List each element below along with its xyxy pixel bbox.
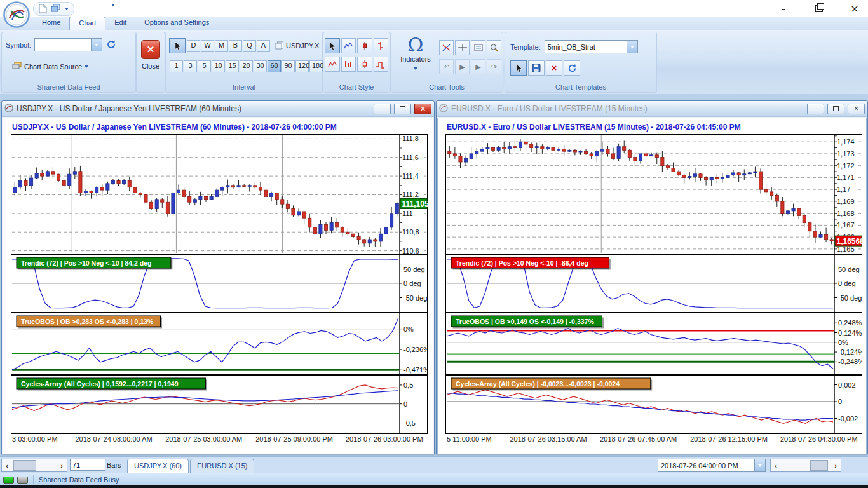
chart-svg[interactable]: 111,8111,6111,4111,2111110,8110,650 deg0… [11,134,428,434]
usdjpy-chart-area[interactable]: 111,8111,6111,4111,2111110,8110,650 deg0… [11,134,428,434]
chart-window-usdjpy[interactable]: USDJPY.X - US Dollar / Japanese Yen LIVE… [1,100,435,454]
interval-minute-90[interactable]: 90 [281,60,295,72]
template-dropdown-icon[interactable] [627,41,637,53]
template-refresh-button[interactable] [564,60,580,76]
app-logo-icon[interactable] [3,1,30,28]
redo-button[interactable]: ↷ [487,59,501,74]
chart-window-eurusd[interactable]: EURUSD.X - Euro / US Dollar LIVESTREAM (… [436,100,868,454]
bars-count-input[interactable] [70,459,105,471]
interval-period-A[interactable]: A [257,40,270,52]
eurusd-minimize-button[interactable]: — [807,104,824,114]
time-h-scrollbar[interactable]: ‹ › [770,459,841,472]
eurusd-close-button[interactable]: ✕ [848,104,865,114]
interval-minute-5[interactable]: 5 [198,60,211,72]
ribbon-tab-options-and-settings[interactable]: Options and Settings [135,17,218,30]
step-back-button[interactable]: ▶ [455,59,470,74]
interval-pointer-button[interactable] [169,38,186,53]
template-delete-button[interactable]: ✕ [546,60,562,76]
ribbon-tab-edit[interactable]: Edit [105,17,135,30]
interval-minute-60[interactable]: 60 [268,60,281,72]
scroll-right-icon[interactable]: › [57,459,67,471]
eurusd-window-titlebar[interactable]: EURUSD.X - Euro / US Dollar LIVESTREAM (… [437,101,867,117]
close-chart-button[interactable]: ✕ [141,40,160,59]
ribbon-tab-home[interactable]: Home [33,17,69,30]
svg-text:1,174: 1,174 [837,138,855,146]
scroll-thumb[interactable] [13,460,36,471]
minimize-button[interactable]: – [775,2,792,15]
interval-minute-10[interactable]: 10 [212,60,225,72]
style-line-chart-button[interactable] [341,38,356,53]
chart-svg[interactable]: 1,1741,1731,1721,1711,171,1691,1681,1671… [445,134,862,434]
datetime-select[interactable]: 2018-07-26 04:00:00 PM [658,459,766,472]
indicator-label-cycles[interactable]: Cycles-Array (All Cycles) | 0,1592...0,2… [17,378,207,391]
interval-period-W[interactable]: W [201,40,214,52]
properties-tool-button[interactable] [471,40,485,55]
template-pointer-button[interactable] [510,60,527,76]
interval-minute-180[interactable]: 180 [309,60,323,72]
style-hollow-candle-button[interactable] [357,57,372,72]
indicator-label-trendic[interactable]: Trendic (72) | Pos >10 Neg <-10 | -86,4 … [451,257,611,270]
indicator-label-trendic[interactable]: Trendic (72) | Pos >10 Neg <-10 | 84,2 d… [17,257,172,270]
interval-minute-1[interactable]: 1 [170,60,183,72]
restore-button[interactable] [811,2,827,15]
crosshair-tool-button[interactable] [455,40,470,55]
time-scroll-track[interactable] [781,459,831,471]
interval-period-D[interactable]: D [187,40,200,52]
customize-quick-access-icon[interactable] [111,4,115,6]
chart-h-scrollbar[interactable]: ‹ › [1,459,67,472]
interval-period-M[interactable]: M [215,40,228,52]
datetime-dropdown-icon[interactable] [754,459,765,471]
usdjpy-close-button[interactable]: ✕ [414,104,431,114]
copy-chart-icon[interactable] [275,41,284,51]
interval-minute-15[interactable]: 15 [226,60,239,72]
ribbon-tab-chart[interactable]: Chart [69,17,105,31]
interval-minute-buttons: 135101520306090120180300 [166,60,322,72]
time-scroll-thumb[interactable] [810,460,828,471]
indicator-label-trueobos[interactable]: TrueOBOS | OB >0,283 OS <-0,283 | 0,13% [17,316,162,329]
style-pointer-button[interactable] [325,38,340,53]
eurusd-restore-button[interactable] [827,104,844,114]
interval-minute-120[interactable]: 120 [295,60,309,72]
undo-button[interactable]: ↶ [439,59,454,74]
style-histogram-button[interactable] [341,57,356,72]
windows-dropdown-icon[interactable] [65,8,69,10]
interval-minute-20[interactable]: 20 [240,60,253,72]
style-candlestick-button[interactable] [357,38,372,53]
indicator-label-trueobos[interactable]: TrueOBOS | OB >0,149 OS <-0,149 | -0,337… [451,316,604,329]
usdjpy-restore-button[interactable] [394,104,411,114]
chart-data-source-button[interactable]: Chart Data Source [24,63,82,71]
scroll-track[interactable] [12,459,57,471]
chart-tab-eurusd-x-15-[interactable]: EURUSD.X (15) [190,459,254,474]
close-chart-label: Close [137,62,165,70]
usdjpy-window-titlebar[interactable]: USDJPY.X - US Dollar / Japanese Yen LIVE… [2,101,434,117]
symbol-dropdown-icon[interactable] [91,39,102,51]
interval-minute-3[interactable]: 3 [184,60,197,72]
interval-period-B[interactable]: B [229,40,242,52]
style-bar-chart-button[interactable] [374,38,389,53]
step-forward-button[interactable]: ▶ [471,59,485,74]
eurusd-chart-area[interactable]: 1,1741,1731,1721,1711,171,1691,1681,1671… [445,134,862,434]
svg-text:1,169: 1,169 [837,198,855,205]
usdjpy-minimize-button[interactable]: — [374,104,391,114]
svg-text:1,173: 1,173 [837,150,855,158]
scroll-left-icon[interactable]: ‹ [2,459,12,471]
new-document-icon[interactable] [39,4,47,15]
close-button[interactable]: × [846,2,863,15]
symbol-input[interactable] [34,38,102,51]
time-scroll-right-icon[interactable]: › [831,459,841,471]
style-step-button[interactable] [374,57,389,72]
interval-minute-30[interactable]: 30 [254,60,267,72]
time-scroll-left-icon[interactable]: ‹ [771,459,781,471]
interval-period-Q[interactable]: Q [243,40,256,52]
windows-icon[interactable] [51,4,61,14]
trendline-tool-button[interactable] [439,40,454,55]
template-select[interactable]: 5min_OB_Strat [545,40,638,53]
style-line2-button[interactable] [325,57,340,72]
indicator-label-cycles[interactable]: Cycles-Array (All Cycles) | -0,0023...-0… [451,378,652,391]
indicators-button[interactable]: Ω Indicators [395,36,437,72]
zoom-tool-button[interactable] [487,40,501,55]
symbol-refresh-icon[interactable] [106,39,116,51]
template-save-button[interactable] [528,60,545,76]
chart-tab-usdjpy-x-60-[interactable]: USDJPY.X (60) [127,459,189,474]
application-window: – × HomeChartEditOptions and Settings Sy… [0,0,868,488]
